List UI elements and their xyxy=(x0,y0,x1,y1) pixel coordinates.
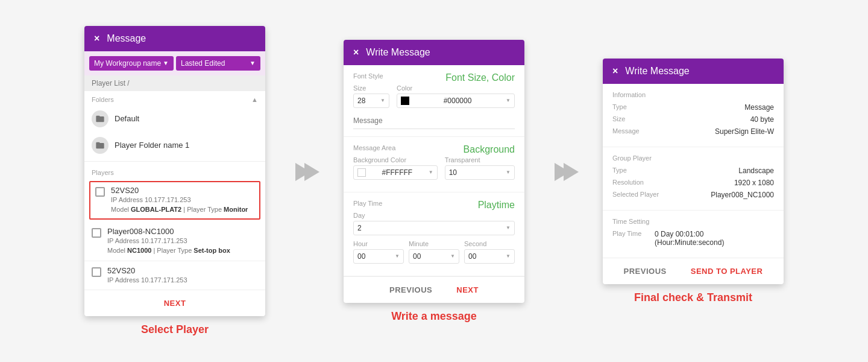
step-3-container: × Write Message Information Type Message… xyxy=(603,59,784,304)
second-field: Second 00 xyxy=(464,240,515,264)
play-time-section: Play Time Playtime Day 2 Hour 00 xyxy=(344,192,524,276)
minute-value: 00 xyxy=(413,252,421,261)
step-label-3: Final check & Transmit xyxy=(634,291,752,304)
folder-item-1[interactable]: Player Folder name 1 xyxy=(84,132,265,159)
info-size-label: Size xyxy=(612,115,655,124)
message-input[interactable] xyxy=(353,113,515,129)
folder-icon-1 xyxy=(92,137,108,154)
group-player-label: Group Player xyxy=(612,154,774,162)
player-name-3: 52VS20 xyxy=(107,266,187,275)
gp-type-label: Type xyxy=(612,167,655,175)
dialog-footer-3: PREVIOUS SEND TO PLAYER xyxy=(603,258,784,284)
dialog-title-1: Message xyxy=(107,33,146,44)
players-section-header: Players xyxy=(84,164,265,179)
day-select[interactable]: 2 xyxy=(353,221,515,235)
transparent-label: Transparent xyxy=(445,156,515,164)
step-2-container: × Write Message Font Style Font Size, Co… xyxy=(344,40,524,323)
bg-color-label: Background Color xyxy=(353,156,438,164)
playtime-label: Playtime xyxy=(478,200,515,211)
divider-1 xyxy=(84,161,265,162)
folder-name-default: Default xyxy=(115,114,139,123)
player-info-1: 52VS20 IP Address 10.177.171.253 Model G… xyxy=(111,186,248,215)
dialog-footer-1: NEXT xyxy=(84,290,265,316)
folders-collapse-icon[interactable]: ▲ xyxy=(251,96,258,103)
arrow-2 xyxy=(549,157,579,187)
folders-section-header: Folders ▲ xyxy=(84,91,265,106)
workgroup-name: My Workgroup name xyxy=(94,59,161,68)
player-checkbox-3[interactable] xyxy=(92,267,101,277)
final-check-dialog: × Write Message Information Type Message… xyxy=(603,59,784,284)
workgroup-select[interactable]: My Workgroup name ▼ xyxy=(89,56,174,71)
font-color-field: Color #000000 xyxy=(397,84,515,108)
step-label-1: Select Player xyxy=(141,323,209,336)
color-swatch-black xyxy=(401,97,409,105)
dialog-title-3: Write Message xyxy=(625,66,689,77)
step-label-2: Write a message xyxy=(391,310,477,323)
step-1-container: × Message My Workgroup name ▼ Lasted Edi… xyxy=(84,26,265,337)
font-style-label: Font Style Font Size, Color xyxy=(353,72,515,80)
next-button-1[interactable]: NEXT xyxy=(157,295,193,311)
player-item-2[interactable]: Player008-NC1000 IP Address 10.177.171.2… xyxy=(84,222,265,261)
minute-field: Minute 00 xyxy=(409,240,459,264)
player-info-2: Player008-NC1000 IP Address 10.177.171.2… xyxy=(107,227,230,256)
player-checkbox-2[interactable] xyxy=(92,228,101,238)
sort-dropdown-icon: ▼ xyxy=(250,60,256,66)
sort-select[interactable]: Lasted Edited ▼ xyxy=(176,56,260,71)
minute-select[interactable]: 00 xyxy=(409,249,459,264)
player-item-3[interactable]: 52VS20 IP Address 10.177.171.253 xyxy=(84,261,265,290)
player-info-3: 52VS20 IP Address 10.177.171.253 xyxy=(107,266,187,285)
arrow-right-icon-1 xyxy=(289,157,319,187)
second-label: Second xyxy=(464,240,515,247)
previous-button-3[interactable]: PREVIOUS xyxy=(617,263,674,279)
player-item-1[interactable]: 52VS20 IP Address 10.177.171.253 Model G… xyxy=(89,181,260,220)
breadcrumb: Player List / xyxy=(84,75,265,91)
font-size-select[interactable]: 28 xyxy=(353,94,389,108)
ts-play-time-label: Play Time xyxy=(612,230,655,247)
workgroup-bar: My Workgroup name ▼ Lasted Edited ▼ xyxy=(84,51,265,75)
next-button-2[interactable]: NEXT xyxy=(449,282,486,298)
info-message-label: Message xyxy=(612,127,655,136)
close-icon-1[interactable]: × xyxy=(94,33,99,44)
hour-select[interactable]: 00 xyxy=(353,249,404,264)
player-name-2: Player008-NC1000 xyxy=(107,227,230,236)
font-color-select[interactable]: #000000 xyxy=(397,94,515,108)
player-checkbox-1[interactable] xyxy=(95,187,105,197)
day-label: Day xyxy=(353,212,515,219)
second-select[interactable]: 00 xyxy=(464,249,515,264)
send-to-player-button[interactable]: SEND TO PLAYER xyxy=(684,263,770,279)
information-label: Information xyxy=(612,91,774,98)
dialog-title-2: Write Message xyxy=(366,47,430,58)
ts-play-time-row: Play Time 0 Day 00:01:00 (Hour:Minute:se… xyxy=(612,230,774,247)
font-color-label: Color xyxy=(397,84,515,92)
gp-selected-player-value: Player008_NC1000 xyxy=(711,191,774,199)
bg-color-select[interactable]: #FFFFFF xyxy=(353,165,438,180)
dialog-footer-2: PREVIOUS NEXT xyxy=(344,276,524,303)
group-player-section: Group Player Type Landscape Resolution 1… xyxy=(603,147,784,211)
dialog-header-1: × Message xyxy=(84,26,265,51)
previous-button-2[interactable]: PREVIOUS xyxy=(382,282,439,298)
bg-transparent-row: Background Color #FFFFFF Transparent 10 xyxy=(353,156,515,180)
close-icon-3[interactable]: × xyxy=(612,66,618,77)
font-size-value: 28 xyxy=(357,97,365,105)
info-type-value: Message xyxy=(744,103,774,112)
info-message-row: Message SuperSign Elite-W xyxy=(612,127,774,136)
info-size-value: 40 byte xyxy=(750,115,774,124)
close-icon-2[interactable]: × xyxy=(353,47,359,58)
arrow-1 xyxy=(289,157,319,187)
svg-marker-3 xyxy=(564,163,579,181)
font-size-field: Size 28 xyxy=(353,84,389,108)
day-row: Day 2 xyxy=(353,212,515,235)
players-label: Players xyxy=(92,169,114,176)
folders-label: Folders xyxy=(92,96,114,103)
hour-field: Hour 00 xyxy=(353,240,404,264)
folder-item-default[interactable]: Default xyxy=(84,106,265,132)
information-section: Information Type Message Size 40 byte Me… xyxy=(603,84,784,147)
write-message-dialog: × Write Message Font Style Font Size, Co… xyxy=(344,40,524,303)
select-player-dialog: × Message My Workgroup name ▼ Lasted Edi… xyxy=(84,26,265,317)
info-type-row: Type Message xyxy=(612,103,774,112)
folder-icon-default xyxy=(92,110,108,127)
transparent-select[interactable]: 10 xyxy=(445,165,515,180)
hour-label: Hour xyxy=(353,240,404,247)
day-field: Day 2 xyxy=(353,212,515,235)
folder-name-1: Player Folder name 1 xyxy=(115,141,189,150)
